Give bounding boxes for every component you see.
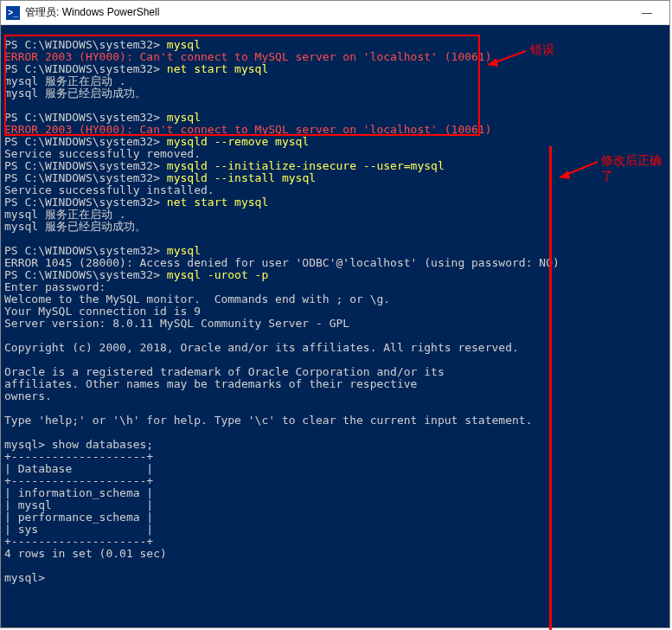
prompt: PS C:\WINDOWS\system32> [4,38,167,51]
output: Service successfully installed. [4,183,214,196]
command: net start mysql [167,62,268,75]
error-output: ERROR 2003 (HY000): Can't connect to MyS… [4,50,492,63]
command: mysql -uroot -p [167,268,268,281]
powershell-icon: >_ [6,6,20,20]
terminal-content[interactable]: PS C:\WINDOWS\system32> mysql ERROR 2003… [1,25,669,627]
output: Welcome to the MySQL monitor. Commands e… [4,292,390,305]
prompt: PS C:\WINDOWS\system32> [4,62,167,75]
command: mysql [167,38,201,51]
output: Enter password: [4,280,106,293]
command: mysql [167,111,201,124]
error-output: ERROR 2003 (HY000): Can't connect to MyS… [4,123,492,136]
output: Service successfully removed. [4,147,201,160]
output: mysql 服务已经启动成功。 [4,220,146,233]
minimize-button[interactable]: — [630,2,664,24]
command: mysqld --initialize-insecure --user=mysq… [167,159,445,172]
output: affiliates. Other names may be trademark… [4,377,417,390]
powershell-window: >_ 管理员: Windows PowerShell — PS C:\WINDO… [0,0,670,628]
prompt: PS C:\WINDOWS\system32> [4,159,167,172]
output: mysql 服务正在启动 . [4,208,126,221]
table-row: | mysql | [4,498,153,511]
table-border: +--------------------+ [4,450,153,463]
mysql-prompt: mysql> [4,571,45,584]
table-border: +--------------------+ [4,535,153,548]
prompt: PS C:\WINDOWS\system32> [4,244,167,257]
title-bar[interactable]: >_ 管理员: Windows PowerShell — [1,1,669,25]
output: Copyright (c) 2000, 2018, Oracle and/or … [4,341,519,354]
output: owners. [4,389,52,402]
output: Your MySQL connection id is 9 [4,305,201,318]
output: Server version: 8.0.11 MySQL Community S… [4,317,349,330]
table-header: | Database | [4,462,153,475]
command: mysqld --install mysql [167,171,316,184]
table-border: +--------------------+ [4,474,153,487]
output: mysql 服务已经启动成功。 [4,87,146,100]
mysql-prompt: mysql> show databases; [4,438,153,451]
prompt: PS C:\WINDOWS\system32> [4,268,167,281]
table-row: | sys | [4,523,153,536]
output: Oracle is a registered trademark of Orac… [4,365,445,378]
output: 4 rows in set (0.01 sec) [4,547,167,560]
prompt: PS C:\WINDOWS\system32> [4,171,167,184]
output: mysql 服务正在启动 . [4,74,126,87]
output: Type 'help;' or '\h' for help. Type '\c'… [4,414,532,427]
prompt: PS C:\WINDOWS\system32> [4,196,167,209]
window-controls: — [630,2,664,24]
command: net start mysql [167,196,268,209]
table-row: | information_schema | [4,486,153,499]
window-title: 管理员: Windows PowerShell [25,5,159,20]
command: mysql [167,244,201,257]
output: ERROR 1045 (28000): Access denied for us… [4,256,560,269]
table-row: | performance_schema | [4,511,153,524]
command: mysqld --remove mysql [167,135,309,148]
prompt: PS C:\WINDOWS\system32> [4,111,167,124]
prompt: PS C:\WINDOWS\system32> [4,135,167,148]
term-line: PS C:\WINDOWS\system32> mysql ERROR 2003… [4,38,560,584]
